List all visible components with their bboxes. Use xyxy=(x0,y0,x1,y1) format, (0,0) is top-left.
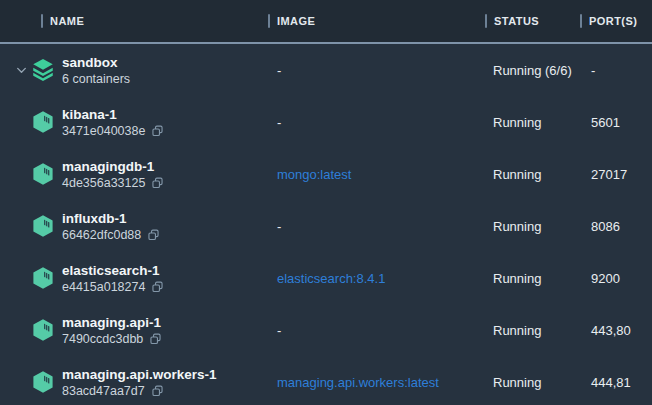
ports-text: 8086 xyxy=(591,219,620,234)
container-id: 83acd47aa7d7 xyxy=(62,383,217,399)
column-divider xyxy=(268,14,270,28)
column-header-label: IMAGE xyxy=(277,15,315,27)
column-header-label: STATUS xyxy=(494,15,539,27)
column-divider xyxy=(580,14,582,28)
table-header: NAME IMAGE STATUS PORT(S) xyxy=(0,0,652,44)
name-cell: managing.api.workers-183acd47aa7d7 xyxy=(62,366,217,399)
subtext-value: 4de356a33125 xyxy=(62,175,145,191)
container-id: 7490ccdc3dbb xyxy=(62,331,162,347)
subtext-value: e4415a018274 xyxy=(62,279,145,295)
copy-icon[interactable] xyxy=(149,332,162,345)
container-name: elasticsearch-1 xyxy=(62,262,164,279)
subtext-value: 83acd47aa7d7 xyxy=(62,383,145,399)
image-cell: - xyxy=(277,323,281,338)
group-row[interactable]: sandbox6 containers-Running (6/6)- xyxy=(0,44,652,96)
ports-text: 5601 xyxy=(591,115,620,130)
copy-icon[interactable] xyxy=(151,176,164,189)
subtext-value: 66462dfc0d88 xyxy=(62,227,141,243)
name-cell: influxdb-166462dfc0d88 xyxy=(62,210,160,243)
name-cell: elasticsearch-1e4415a018274 xyxy=(62,262,164,295)
name-cell: kibana-13471e040038e xyxy=(62,106,164,139)
column-header-ports[interactable]: PORT(S) xyxy=(580,0,637,42)
copy-icon[interactable] xyxy=(147,228,160,241)
column-divider xyxy=(485,14,487,28)
container-row[interactable]: influxdb-166462dfc0d88-Running8086 xyxy=(0,200,652,252)
ports-text: 443,80 xyxy=(591,323,631,338)
image-cell: - xyxy=(277,115,281,130)
container-id: e4415a018274 xyxy=(62,279,164,295)
container-row[interactable]: kibana-13471e040038e-Running5601 xyxy=(0,96,652,148)
container-row[interactable]: managingdb-14de356a33125mongo:latestRunn… xyxy=(0,148,652,200)
container-row[interactable]: managing.api-17490ccdc3dbb-Running443,80 xyxy=(0,304,652,356)
image-cell: - xyxy=(277,219,281,234)
copy-icon[interactable] xyxy=(151,384,164,397)
chevron-down-icon[interactable] xyxy=(15,64,28,77)
status-text: Running (6/6) xyxy=(493,63,572,78)
name-cell: managing.api-17490ccdc3dbb xyxy=(62,314,162,347)
container-id: 66462dfc0d88 xyxy=(62,227,160,243)
subtext-value: 3471e040038e xyxy=(62,123,145,139)
name-cell: sandbox6 containers xyxy=(62,54,130,87)
status-text: Running xyxy=(493,167,541,182)
container-name: managingdb-1 xyxy=(62,158,164,175)
container-name: influxdb-1 xyxy=(62,210,160,227)
container-name: managing.api-1 xyxy=(62,314,162,331)
status-text: Running xyxy=(493,375,541,390)
copy-icon[interactable] xyxy=(151,124,164,137)
image-link[interactable]: managing.api.workers:latest xyxy=(277,375,439,390)
image-link[interactable]: mongo:latest xyxy=(277,167,351,182)
copy-icon[interactable] xyxy=(151,280,164,293)
container-icon xyxy=(30,369,56,395)
container-icon xyxy=(30,161,56,187)
status-text: Running xyxy=(493,115,541,130)
container-name: managing.api.workers-1 xyxy=(62,366,217,383)
subtext-value: 6 containers xyxy=(62,71,130,87)
rows: sandbox6 containers-Running (6/6)-kibana… xyxy=(0,44,652,405)
image-link[interactable]: elasticsearch:8.4.1 xyxy=(277,271,385,286)
container-row[interactable]: managing.api.workers-183acd47aa7d7managi… xyxy=(0,356,652,405)
container-icon xyxy=(30,213,56,239)
container-icon xyxy=(30,317,56,343)
container-id: 4de356a33125 xyxy=(62,175,164,191)
group-subtext: 6 containers xyxy=(62,71,130,87)
image-cell: - xyxy=(277,63,281,78)
name-cell: managingdb-14de356a33125 xyxy=(62,158,164,191)
column-header-image[interactable]: IMAGE xyxy=(268,0,315,42)
container-icon xyxy=(30,109,56,135)
container-name: kibana-1 xyxy=(62,106,164,123)
column-header-status[interactable]: STATUS xyxy=(485,0,539,42)
ports-text: 9200 xyxy=(591,271,620,286)
column-divider xyxy=(41,14,43,28)
ports-text: 27017 xyxy=(591,167,627,182)
container-row[interactable]: elasticsearch-1e4415a018274elasticsearch… xyxy=(0,252,652,304)
column-header-label: PORT(S) xyxy=(589,15,637,27)
status-text: Running xyxy=(493,323,541,338)
stack-icon xyxy=(30,57,56,83)
column-header-name[interactable]: NAME xyxy=(41,0,84,42)
containers-table: NAME IMAGE STATUS PORT(S) sandbox6 conta… xyxy=(0,0,652,405)
group-name: sandbox xyxy=(62,54,130,71)
container-icon xyxy=(30,265,56,291)
container-id: 3471e040038e xyxy=(62,123,164,139)
ports-text: - xyxy=(591,63,595,78)
subtext-value: 7490ccdc3dbb xyxy=(62,331,143,347)
status-text: Running xyxy=(493,219,541,234)
ports-text: 444,81 xyxy=(591,375,631,390)
column-header-label: NAME xyxy=(50,15,84,27)
status-text: Running xyxy=(493,271,541,286)
